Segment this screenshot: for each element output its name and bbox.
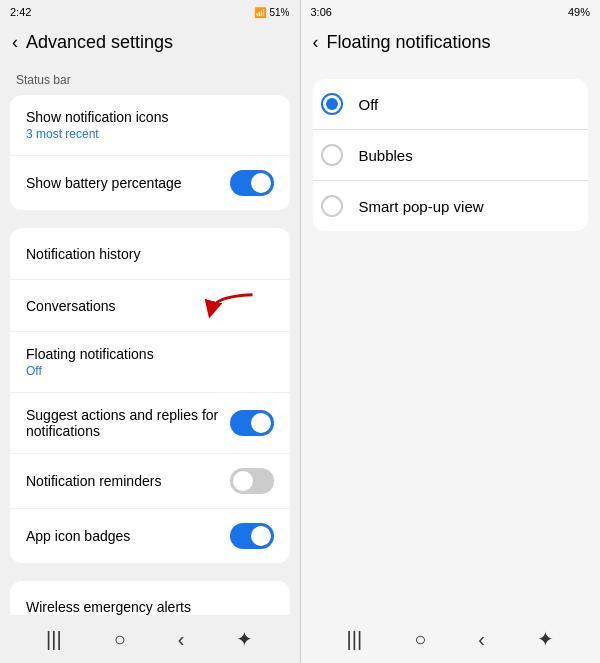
toggle-suggest-actions[interactable] <box>230 410 274 436</box>
setting-title-reminders: Notification reminders <box>26 473 230 489</box>
setting-show-notification-icons[interactable]: Show notification icons 3 most recent <box>10 95 290 156</box>
right-battery-display: 49% <box>568 6 590 18</box>
setting-title-notification-icons: Show notification icons <box>26 109 274 125</box>
setting-title-badges: App icon badges <box>26 528 230 544</box>
right-status-bar: 3:06 49% <box>301 0 601 24</box>
left-status-bar: 2:42 📶 51% <box>0 0 300 24</box>
left-page-title: Advanced settings <box>26 32 173 53</box>
status-bar-card: Show notification icons 3 most recent Sh… <box>10 95 290 210</box>
setting-notification-reminders[interactable]: Notification reminders <box>10 454 290 509</box>
radio-item-bubbles[interactable]: Bubbles <box>313 130 589 181</box>
setting-title-notification-history: Notification history <box>26 246 274 262</box>
toggle-reminders[interactable] <box>230 468 274 494</box>
setting-show-battery[interactable]: Show battery percentage <box>10 156 290 210</box>
right-bottom-nav: ||| ○ ‹ ✦ <box>301 615 601 663</box>
radio-circle-off <box>321 93 343 115</box>
right-time-display: 3:06 <box>311 6 332 18</box>
setting-title-conversations: Conversations <box>26 298 274 314</box>
battery-display: 51% <box>269 7 289 18</box>
setting-title-floating: Floating notifications <box>26 346 274 362</box>
left-bottom-nav: ||| ○ ‹ ✦ <box>0 615 300 663</box>
section-label-status-bar: Status bar <box>0 63 300 91</box>
left-header: ‹ Advanced settings <box>0 24 300 63</box>
emergency-card: Wireless emergency alerts <box>10 581 290 615</box>
left-back-nav-button[interactable]: ‹ <box>178 628 185 651</box>
setting-text-emergency: Wireless emergency alerts <box>26 599 274 615</box>
radio-item-off[interactable]: Off <box>313 79 589 130</box>
radio-label-bubbles: Bubbles <box>359 147 413 164</box>
right-back-nav-button[interactable]: ‹ <box>478 628 485 651</box>
right-header: ‹ Floating notifications <box>301 24 601 63</box>
radio-label-off: Off <box>359 96 379 113</box>
right-panel: 3:06 49% ‹ Floating notifications Off Bu… <box>301 0 601 663</box>
status-bar-left: 2:42 <box>10 6 31 18</box>
left-back-button[interactable]: ‹ <box>12 32 18 53</box>
radio-item-smart-popup[interactable]: Smart pop-up view <box>313 181 589 231</box>
setting-text-reminders: Notification reminders <box>26 473 230 489</box>
floating-options-card: Off Bubbles Smart pop-up view <box>313 79 589 231</box>
right-back-button[interactable]: ‹ <box>313 32 319 53</box>
left-menu-button[interactable]: ||| <box>46 628 62 651</box>
radio-label-smart-popup: Smart pop-up view <box>359 198 484 215</box>
toggle-app-icon-badges[interactable] <box>230 523 274 549</box>
time-display: 2:42 <box>10 6 31 18</box>
right-page-title: Floating notifications <box>327 32 491 53</box>
radio-circle-smart-popup <box>321 195 343 217</box>
setting-title-emergency: Wireless emergency alerts <box>26 599 274 615</box>
left-content: Status bar Show notification icons 3 mos… <box>0 63 300 615</box>
left-recent-button[interactable]: ✦ <box>236 627 253 651</box>
right-home-button[interactable]: ○ <box>414 628 426 651</box>
status-bar-right: 📶 51% <box>254 7 289 18</box>
setting-app-icon-badges[interactable]: App icon badges <box>10 509 290 563</box>
wifi-icon: 📶 <box>254 7 266 18</box>
right-menu-button[interactable]: ||| <box>347 628 363 651</box>
left-panel: 2:42 📶 51% ‹ Advanced settings Status ba… <box>0 0 300 663</box>
toggle-battery[interactable] <box>230 170 274 196</box>
left-home-button[interactable]: ○ <box>114 628 126 651</box>
setting-text-notification-history: Notification history <box>26 246 274 262</box>
setting-text-notification-icons: Show notification icons 3 most recent <box>26 109 274 141</box>
setting-conversations[interactable]: Conversations <box>10 280 290 332</box>
setting-wireless-emergency[interactable]: Wireless emergency alerts <box>10 581 290 615</box>
setting-subtitle-floating: Off <box>26 364 274 378</box>
setting-notification-history[interactable]: Notification history <box>10 228 290 280</box>
setting-text-badges: App icon badges <box>26 528 230 544</box>
setting-text-suggest: Suggest actions and replies for notifica… <box>26 407 230 439</box>
right-recent-button[interactable]: ✦ <box>537 627 554 651</box>
setting-subtitle-notification-icons: 3 most recent <box>26 127 274 141</box>
setting-title-suggest: Suggest actions and replies for notifica… <box>26 407 230 439</box>
setting-text-floating: Floating notifications Off <box>26 346 274 378</box>
setting-text-battery: Show battery percentage <box>26 175 230 191</box>
setting-suggest-actions[interactable]: Suggest actions and replies for notifica… <box>10 393 290 454</box>
radio-circle-bubbles <box>321 144 343 166</box>
right-content: Off Bubbles Smart pop-up view <box>301 63 601 615</box>
notification-settings-card: Notification history Conversations <box>10 228 290 563</box>
setting-title-battery: Show battery percentage <box>26 175 230 191</box>
setting-floating-notifications[interactable]: Floating notifications Off <box>10 332 290 393</box>
setting-text-conversations: Conversations <box>26 298 274 314</box>
